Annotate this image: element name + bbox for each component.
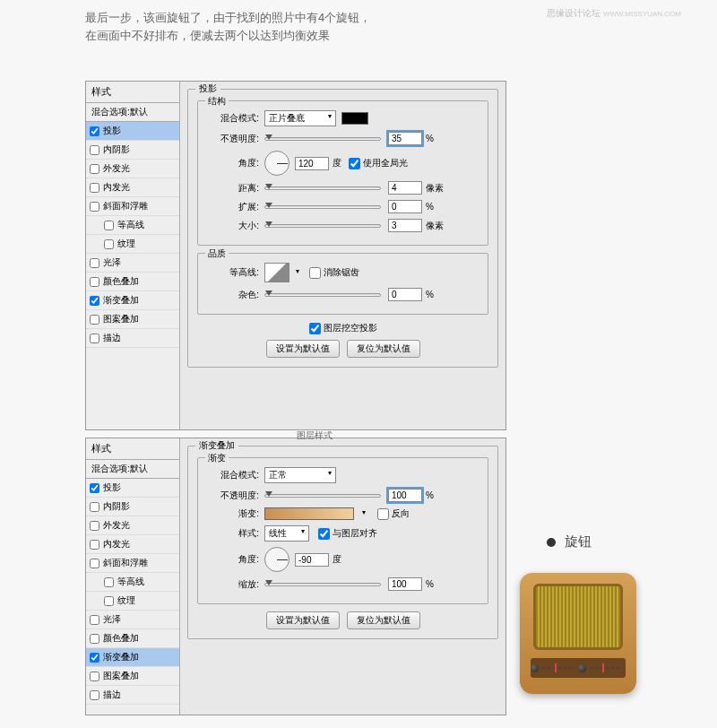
watermark-url: WWW.MISSYUAN.COM — [603, 10, 681, 18]
checkbox-bevel[interactable] — [90, 202, 99, 212]
style-item-gradientoverlay-2[interactable]: 渐变叠加 — [86, 648, 179, 667]
distance-slider[interactable] — [264, 186, 381, 190]
checkbox-satin[interactable] — [90, 258, 99, 268]
checkbox-gradientoverlay[interactable] — [90, 296, 99, 306]
checkbox-outerglow-2[interactable] — [90, 521, 99, 531]
opacity-input-2[interactable]: 100 — [388, 489, 422, 502]
checkbox-bevel-2[interactable] — [90, 559, 99, 568]
style-item-bevel[interactable]: 斜面和浮雕 — [86, 197, 179, 216]
checkbox-stroke[interactable] — [90, 334, 99, 343]
checkbox-texture-2[interactable] — [104, 596, 114, 606]
checkbox-innerglow[interactable] — [90, 183, 99, 193]
gradient-settings-panel: 渐变叠加 渐变 混合模式: 正常 不透明度: 100 % 渐变: 反向 — [180, 438, 505, 715]
blendmode-select[interactable]: 正片叠底 — [264, 110, 336, 126]
style-item-coloroverlay-2[interactable]: 颜色叠加 — [86, 629, 179, 648]
noise-input[interactable]: 0 — [388, 288, 422, 301]
style-item-patternoverlay[interactable]: 图案叠加 — [86, 310, 179, 329]
checkbox-patternoverlay[interactable] — [90, 315, 99, 325]
angle-input[interactable]: 120 — [295, 157, 329, 170]
scale-unit: % — [426, 579, 434, 589]
style-item-stroke[interactable]: 描边 — [86, 329, 179, 348]
shadow-color-swatch[interactable] — [341, 112, 368, 125]
dropshadow-settings-panel: 投影 结构 混合模式: 正片叠底 不透明度: 35 % 角度: 120 — [180, 82, 505, 429]
checkbox-contour-2[interactable] — [104, 577, 114, 587]
checkbox-innershadow[interactable] — [90, 145, 99, 155]
noise-label: 杂色: — [205, 289, 259, 301]
opacity-slider[interactable] — [264, 137, 381, 141]
gradient-picker[interactable] — [264, 507, 354, 520]
style-item-outerglow[interactable]: 外发光 — [86, 160, 179, 178]
antialias-checkbox[interactable] — [309, 267, 321, 279]
style-item-texture-2[interactable]: 纹理 — [86, 592, 179, 611]
checkbox-patternoverlay-2[interactable] — [90, 672, 99, 681]
layer-style-dialog-dropshadow: 样式 混合选项:默认 投影 内阴影 外发光 内发光 斜面和浮雕 等高线 纹理 光… — [85, 81, 506, 430]
checkbox-dropshadow-2[interactable] — [90, 483, 99, 493]
angle-input-2[interactable]: -90 — [295, 553, 329, 567]
styles-header: 样式 — [86, 82, 179, 103]
style-item-patternoverlay-2[interactable]: 图案叠加 — [86, 667, 179, 686]
gradient-label: 渐变: — [205, 507, 259, 520]
blendmode-select-2[interactable]: 正常 — [264, 467, 336, 483]
style-item-outerglow-2[interactable]: 外发光 — [86, 516, 179, 535]
style-item-dropshadow[interactable]: 投影 — [86, 122, 179, 141]
style-item-innerglow[interactable]: 内发光 — [86, 178, 179, 197]
size-input[interactable]: 3 — [388, 219, 422, 232]
blending-options-default[interactable]: 混合选项:默认 — [86, 103, 179, 122]
contour-picker[interactable] — [264, 263, 289, 282]
radio-tuner-line — [542, 667, 574, 669]
spread-slider[interactable] — [264, 205, 381, 209]
distance-input[interactable]: 4 — [388, 181, 422, 195]
checkbox-innershadow-2[interactable] — [90, 502, 99, 512]
set-default-button-2[interactable]: 设置为默认值 — [266, 611, 340, 629]
angle-dial-2[interactable] — [264, 547, 289, 572]
checkbox-contour[interactable] — [104, 221, 114, 230]
global-light-checkbox[interactable] — [349, 158, 360, 169]
style-item-contour[interactable]: 等高线 — [86, 216, 179, 235]
spread-label: 扩展: — [205, 201, 259, 213]
scale-input[interactable]: 100 — [388, 577, 422, 591]
noise-slider[interactable] — [264, 293, 381, 297]
checkbox-stroke-2[interactable] — [90, 690, 99, 700]
opacity-unit: % — [426, 134, 434, 143]
radio-knob-icon — [531, 664, 539, 672]
blendmode-label-2: 混合模式: — [205, 469, 259, 481]
checkbox-dropshadow[interactable] — [90, 126, 99, 136]
align-layer-checkbox[interactable] — [318, 528, 330, 540]
size-slider[interactable] — [264, 224, 381, 228]
checkbox-innerglow-2[interactable] — [90, 540, 99, 550]
style-item-satin-2[interactable]: 光泽 — [86, 611, 179, 629]
style-item-coloroverlay[interactable]: 颜色叠加 — [86, 273, 179, 291]
instruction-line2: 在画面中不好排布，便减去两个以达到均衡效果 — [85, 27, 371, 45]
opacity-slider-2[interactable] — [264, 494, 381, 498]
style-select[interactable]: 线性 — [264, 525, 309, 542]
style-item-texture[interactable]: 纹理 — [86, 235, 179, 254]
style-item-bevel-2[interactable]: 斜面和浮雕 — [86, 554, 179, 573]
knockout-checkbox[interactable] — [309, 323, 321, 334]
checkbox-gradientoverlay-2[interactable] — [90, 653, 99, 663]
checkbox-outerglow[interactable] — [90, 164, 99, 174]
opacity-input[interactable]: 35 — [388, 132, 422, 145]
style-item-innershadow[interactable]: 内阴影 — [86, 141, 179, 160]
checkbox-texture[interactable] — [104, 239, 114, 249]
style-item-satin[interactable]: 光泽 — [86, 254, 179, 273]
style-item-innershadow-2[interactable]: 内阴影 — [86, 498, 179, 516]
style-item-gradientoverlay[interactable]: 渐变叠加 — [86, 291, 179, 310]
set-default-button[interactable]: 设置为默认值 — [266, 340, 340, 358]
checkbox-satin-2[interactable] — [90, 615, 99, 625]
reverse-checkbox[interactable] — [377, 508, 389, 520]
angle-dial[interactable] — [264, 151, 289, 176]
style-item-stroke-2[interactable]: 描边 — [86, 686, 179, 705]
instruction-line1: 最后一步，该画旋钮了，由于找到的照片中有4个旋钮， — [85, 9, 371, 27]
style-item-dropshadow-2[interactable]: 投影 — [86, 479, 179, 498]
spread-input[interactable]: 0 — [388, 200, 422, 213]
instruction-text: 最后一步，该画旋钮了，由于找到的照片中有4个旋钮， 在画面中不好排布，便减去两个… — [85, 9, 371, 44]
style-item-contour-2[interactable]: 等高线 — [86, 573, 179, 592]
checkbox-coloroverlay-2[interactable] — [90, 634, 99, 644]
reset-default-button[interactable]: 复位为默认值 — [347, 340, 420, 358]
layer-style-dialog-gradientoverlay: 图层样式 样式 混合选项:默认 投影 内阴影 外发光 内发光 斜面和浮雕 等高线… — [85, 438, 506, 715]
checkbox-coloroverlay[interactable] — [90, 277, 99, 287]
reset-default-button-2[interactable]: 复位为默认值 — [347, 611, 420, 629]
style-item-innerglow-2[interactable]: 内发光 — [86, 535, 179, 554]
scale-slider[interactable] — [264, 583, 381, 586]
blending-options-default-2[interactable]: 混合选项:默认 — [86, 460, 179, 479]
